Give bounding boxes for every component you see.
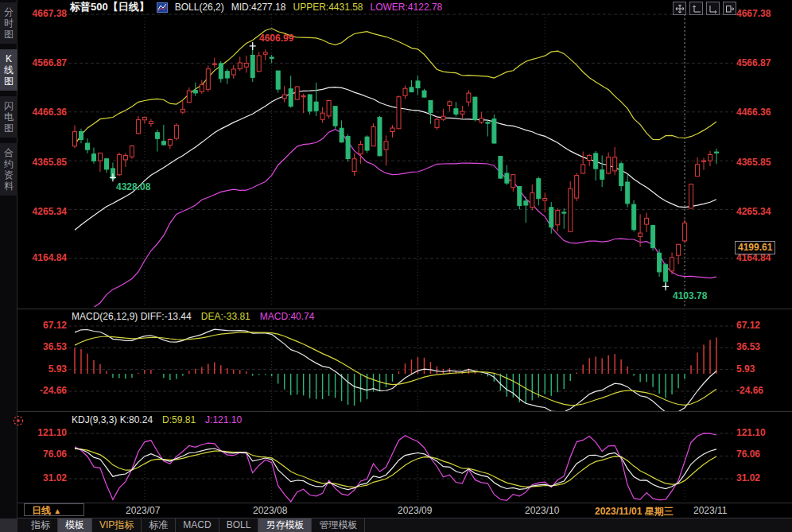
macd-axis-label: 36.53 [736,342,789,352]
macd-value: MACD:40.74 [260,311,315,322]
kdj-header: KDJ(9,3,3) K:80.24 D:59.81 J:121.10 [72,414,242,425]
toolbar-tab-standard[interactable]: 标准 [142,518,176,532]
swing-low-label: 4328.08 [116,181,150,192]
boll-mid-value: MID:4277.18 [231,2,286,13]
x-axis-month-label: 2023/09 [398,505,432,516]
macd-axis-label: 5.93 [19,364,67,375]
sidebar-tab-timeline[interactable]: 分时图 [0,2,17,44]
macd-axis-label: 5.93 [736,364,789,375]
price-axis-label: 4265.34 [19,207,67,217]
x-axis-scale-icon[interactable] [706,2,720,15]
template-toolbar: 指标 模板 VIP指标 标准 MACD BOLL 另存模板 管理模板 [17,518,792,532]
price-axis-label: 4265.34 [736,207,789,217]
y-axis-scale-icon[interactable] [689,2,703,15]
indicator-settings-icon[interactable] [12,414,25,430]
x-axis-month-label: 2023/11 [693,505,728,516]
price-axis-label: 4566.87 [736,58,789,68]
toolbar-tab-indicators[interactable]: 指标 [24,518,58,532]
sidebar-tab-flash[interactable]: 闪电图 [0,96,17,138]
sidebar-tab-contract-info[interactable]: 合约资料 [0,143,17,196]
toolbar-tab-templates[interactable]: 模板 [58,518,92,532]
kdj-axis-label: 76.06 [736,449,789,460]
kdj-axis-label: 76.06 [19,449,67,460]
toolbar-tab-macd[interactable]: MACD [176,518,219,532]
x-axis-month-label: 2023/10 [525,505,559,516]
sidebar-tab-candlestick[interactable]: K线图 [0,49,17,91]
kdj-j-value: J:121.10 [205,414,242,425]
toolbar-tab-boll[interactable]: BOLL [219,518,259,532]
toolbar-tab-manage-templates[interactable]: 管理模板 [312,518,365,532]
macd-header: MACD(26,12,9) DIFF:-13.44 DEA:-33.81 MAC… [72,311,314,322]
resize-corner [0,518,17,532]
kdj-axis-label: 31.02 [736,473,789,483]
kdj-d-value: D:59.81 [162,414,196,425]
price-axis-label: 4667.38 [736,9,789,19]
panel-divider[interactable] [17,411,792,412]
sidebar-tab-label: 合约资料 [3,147,14,192]
price-axis-label: 4466.36 [19,107,67,118]
macd-diff-value: MACD(26,12,9) DIFF:-13.44 [72,311,192,322]
crosshair-date-label: 2023/11/01 星期三 [595,505,674,518]
macd-axis-label: 67.12 [19,320,67,331]
x-axis-month-label: 2023/08 [253,505,287,516]
macd-axis-label: 67.12 [736,320,789,331]
kdj-axis-label: 121.10 [19,428,67,438]
price-axis-label: 4566.87 [19,58,67,68]
period-label: 日线 [32,505,51,516]
swing-high-label: 4606.99 [259,33,293,44]
kdj-k-value: KDJ(9,3,3) K:80.24 [72,414,153,425]
crosshair-move-icon[interactable] [673,2,686,15]
panel-divider[interactable] [17,309,792,309]
kdj-axis-label: 31.02 [19,473,67,483]
toolbar-tab-save-template[interactable]: 另存模板 [258,518,312,532]
chart-type-sidebar: 分时图 K线图 闪电图 合约资料 [0,0,17,532]
chart-toolbar [673,2,736,15]
boll-indicator-icon [157,2,168,13]
last-price-badge: 4199.61 [735,241,775,254]
boll-upper-value: UPPER:4431.58 [293,2,363,13]
price-axis-label: 4667.38 [19,9,67,19]
price-chart-canvas[interactable] [0,0,792,532]
price-axis-label: 4466.36 [736,107,789,118]
sidebar-tab-label: 分时图 [3,6,14,40]
triangle-up-icon: ▲ [53,507,61,515]
macd-dea-value: DEA:-33.81 [201,311,250,322]
price-axis-label: 4164.84 [19,253,67,263]
symbol-title: 标普500【日线】 [70,0,149,14]
boll-lower-value: LOWER:4122.78 [371,2,443,13]
panel-divider [17,503,792,503]
sidebar-tab-label: 闪电图 [3,100,14,134]
swing-low-label: 4103.78 [673,290,707,301]
price-axis-label: 4365.85 [19,157,67,168]
macd-axis-label: -24.66 [19,386,67,396]
price-axis-label: 4365.85 [736,157,789,168]
boll-label: BOLL(26,2) [175,2,224,13]
sidebar-tab-label: K线图 [3,53,14,87]
macd-axis-label: -24.66 [736,386,789,396]
x-axis-month-label: 2023/07 [126,505,160,516]
kdj-axis-label: 121.10 [736,428,789,438]
chart-header: 标普500【日线】 BOLL(26,2) MID:4277.18 UPPER:4… [70,1,442,14]
toolbar-tab-vip-indicators[interactable]: VIP指标 [92,518,142,532]
macd-axis-label: 36.53 [19,342,67,352]
period-selector-button[interactable]: 日线 ▲ [24,503,84,516]
next-pane-icon[interactable] [723,2,736,15]
